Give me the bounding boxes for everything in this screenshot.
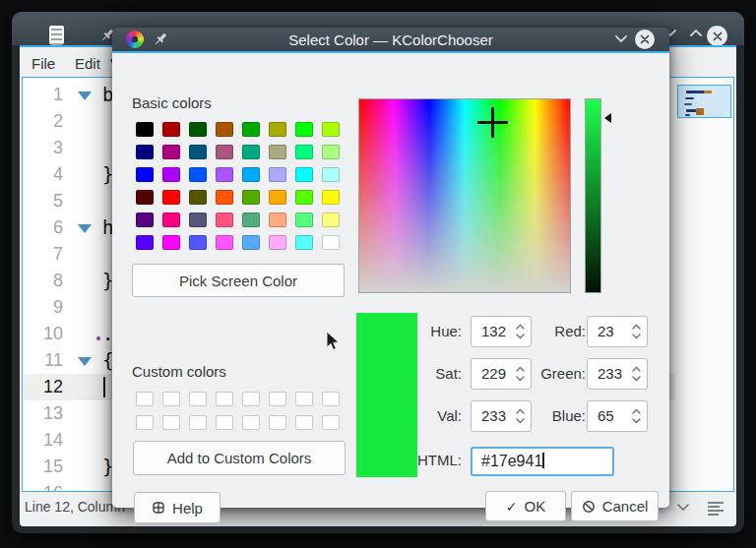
basic-color-swatch[interactable]: [189, 213, 207, 227]
close-dialog-button[interactable]: [635, 30, 655, 49]
custom-color-swatch[interactable]: [162, 392, 180, 406]
basic-color-swatch[interactable]: [189, 145, 207, 159]
custom-color-swatch[interactable]: [242, 392, 260, 406]
menu-file[interactable]: File: [32, 55, 55, 72]
custom-color-swatch[interactable]: [322, 392, 340, 406]
custom-color-swatch[interactable]: [136, 392, 154, 406]
basic-color-swatch[interactable]: [322, 167, 340, 182]
mouse-cursor: [325, 331, 341, 352]
minimap-viewport[interactable]: [677, 85, 731, 118]
fold-marker-icon[interactable]: [78, 91, 92, 100]
basic-color-swatch[interactable]: [269, 213, 286, 227]
menu-edit[interactable]: Edit: [75, 55, 100, 72]
basic-color-swatch[interactable]: [269, 190, 286, 205]
basic-color-swatch[interactable]: [189, 235, 207, 250]
minimap-scrollbar[interactable]: [675, 78, 734, 491]
basic-color-swatch[interactable]: [216, 235, 233, 250]
custom-color-swatch[interactable]: [162, 415, 180, 430]
basic-color-swatch[interactable]: [322, 190, 340, 205]
statusbar-lines-icon[interactable]: [708, 500, 725, 516]
basic-color-swatch[interactable]: [136, 122, 154, 137]
custom-color-swatch[interactable]: [189, 415, 207, 430]
basic-color-swatch[interactable]: [136, 145, 154, 159]
basic-color-swatch[interactable]: [189, 167, 207, 182]
hue-saturation-picker[interactable]: [358, 98, 571, 293]
custom-color-swatch[interactable]: [295, 415, 313, 430]
pick-screen-color-button[interactable]: Pick Screen Color: [132, 264, 345, 297]
spinbox-up-down-arrows[interactable]: [632, 365, 641, 386]
basic-color-swatch[interactable]: [269, 145, 286, 159]
basic-color-swatch[interactable]: [162, 190, 180, 205]
basic-color-swatch[interactable]: [295, 145, 313, 159]
basic-color-swatch[interactable]: [242, 190, 260, 205]
help-button[interactable]: Help: [134, 492, 220, 523]
add-to-custom-colors-button[interactable]: Add to Custom Colors: [133, 441, 346, 475]
custom-color-swatch[interactable]: [242, 415, 260, 430]
basic-color-swatch[interactable]: [216, 145, 233, 159]
shade-chevron-down-icon[interactable]: [614, 34, 628, 43]
basic-color-swatch[interactable]: [216, 213, 233, 227]
basic-color-swatch[interactable]: [216, 167, 233, 182]
basic-color-swatch[interactable]: [269, 122, 286, 137]
custom-color-swatch[interactable]: [269, 415, 286, 430]
custom-color-swatch[interactable]: [216, 415, 233, 430]
basic-color-swatch[interactable]: [295, 235, 313, 250]
value-slider-handle[interactable]: [604, 113, 611, 123]
close-window-button[interactable]: [707, 26, 727, 46]
red-spinbox[interactable]: 23: [587, 316, 648, 347]
html-color-input[interactable]: #17e941: [471, 447, 614, 476]
custom-color-swatch[interactable]: [136, 415, 154, 430]
basic-color-swatch[interactable]: [322, 213, 340, 227]
basic-color-swatch[interactable]: [295, 122, 313, 137]
basic-color-swatch[interactable]: [269, 235, 286, 250]
basic-color-swatch[interactable]: [136, 167, 154, 182]
basic-color-swatch[interactable]: [295, 190, 313, 205]
basic-color-swatch[interactable]: [322, 122, 340, 137]
text-caret: [542, 453, 544, 468]
basic-color-swatch[interactable]: [216, 122, 233, 137]
basic-color-swatch[interactable]: [162, 145, 180, 159]
custom-color-swatch[interactable]: [269, 392, 286, 406]
minimap-code-mark: [684, 103, 692, 105]
custom-color-swatch[interactable]: [322, 415, 340, 430]
cancel-button[interactable]: Cancel: [571, 491, 659, 521]
check-icon: ✓: [506, 499, 518, 515]
green-spinbox[interactable]: 233: [587, 358, 648, 390]
spinbox-value: 23: [598, 317, 614, 346]
basic-color-swatch[interactable]: [136, 190, 154, 205]
ok-button[interactable]: ✓ OK: [485, 491, 566, 521]
fold-marker-icon[interactable]: [78, 224, 92, 233]
basic-color-swatch[interactable]: [136, 235, 154, 250]
basic-color-swatch[interactable]: [216, 190, 233, 205]
close-icon: [640, 34, 650, 44]
basic-color-swatch[interactable]: [322, 235, 340, 250]
basic-color-swatch[interactable]: [162, 122, 180, 137]
custom-color-swatch[interactable]: [216, 392, 233, 406]
dialog-titlebar[interactable]: Select Color — KColorChooser: [112, 28, 669, 51]
basic-color-swatch[interactable]: [162, 167, 180, 182]
basic-color-swatch[interactable]: [136, 213, 154, 227]
basic-color-swatch[interactable]: [162, 213, 180, 227]
custom-color-swatch[interactable]: [189, 392, 207, 406]
basic-color-swatch[interactable]: [295, 213, 313, 227]
statusbar-chevron-down-icon[interactable]: [676, 503, 690, 512]
custom-color-swatch[interactable]: [295, 392, 313, 406]
value-slider[interactable]: [585, 98, 601, 293]
basic-color-swatch[interactable]: [322, 145, 340, 159]
basic-color-swatch[interactable]: [242, 235, 260, 250]
spinbox-up-down-arrows[interactable]: [632, 407, 641, 428]
basic-color-swatch[interactable]: [242, 122, 260, 137]
basic-color-swatch[interactable]: [189, 190, 207, 205]
basic-color-swatch[interactable]: [242, 213, 260, 227]
basic-color-swatch[interactable]: [269, 167, 286, 182]
spinbox-up-down-arrows[interactable]: [632, 323, 641, 343]
basic-color-swatch[interactable]: [295, 167, 313, 182]
basic-color-swatch[interactable]: [162, 235, 180, 250]
blue-spinbox[interactable]: 65: [587, 400, 648, 432]
basic-color-swatch[interactable]: [242, 167, 260, 182]
basic-color-swatch[interactable]: [242, 145, 260, 159]
dialog-body: Basic colors Pick Screen Color Custom co…: [112, 53, 669, 508]
maximize-chevron-up-icon[interactable]: [689, 29, 703, 37]
fold-marker-icon[interactable]: [78, 357, 92, 366]
basic-color-swatch[interactable]: [189, 122, 207, 137]
